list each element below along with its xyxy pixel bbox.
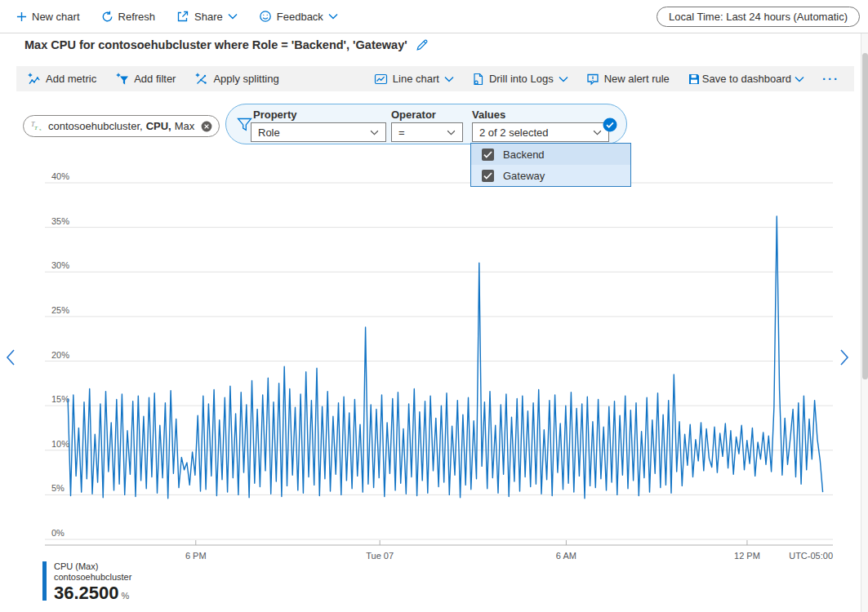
chevron-right-icon: [839, 348, 850, 366]
metrics-line-chart[interactable]: 0%5%10%15%20%25%30%35%40%6 PMTue 076 AM1…: [33, 171, 841, 563]
legend-metric-name: CPU (Max): [54, 561, 131, 571]
more-commands-button[interactable]: ···: [822, 72, 839, 86]
edit-pencil-icon: [416, 38, 429, 51]
svg-text:5%: 5%: [51, 483, 65, 493]
share-button[interactable]: Share: [176, 10, 238, 23]
check-circle-icon: [603, 118, 617, 132]
refresh-button[interactable]: Refresh: [101, 11, 156, 23]
ellipsis-icon: ···: [822, 72, 839, 86]
chevron-down-icon: [228, 13, 238, 20]
chart-title-row: Max CPU for contosoehubcluster where Rol…: [24, 38, 429, 51]
svg-text:30%: 30%: [51, 260, 69, 270]
property-select-value: Role: [258, 126, 280, 139]
add-metric-label: Add metric: [46, 73, 96, 85]
values-select[interactable]: 2 of 2 selected: [472, 122, 609, 142]
chart-page-previous-button[interactable]: [5, 348, 16, 366]
share-icon: [176, 10, 189, 23]
legend-value-row: 36.2500%: [54, 583, 131, 604]
checkbox-checked-icon[interactable]: [482, 149, 494, 161]
apply-filter-button[interactable]: [603, 118, 617, 132]
svg-text:UTC-05:00: UTC-05:00: [789, 551, 833, 561]
svg-text:15%: 15%: [51, 394, 69, 404]
add-filter-button[interactable]: Add filter: [116, 73, 176, 86]
chart-type-label: Line chart: [393, 73, 439, 85]
svg-text:25%: 25%: [51, 305, 69, 315]
new-chart-button[interactable]: New chart: [16, 11, 80, 23]
values-dropdown: Backend Gateway: [470, 143, 631, 187]
checkbox-checked-icon[interactable]: [482, 170, 494, 182]
feedback-label: Feedback: [277, 11, 323, 23]
metric-signature-icon: TTx: [31, 120, 45, 132]
alert-icon: [586, 73, 599, 86]
drill-logs-icon: [472, 73, 484, 86]
apply-splitting-button[interactable]: Apply splitting: [195, 73, 278, 86]
svg-text:35%: 35%: [51, 216, 69, 226]
apply-splitting-icon: [195, 73, 208, 86]
top-toolbar: New chart Refresh Share Feedback Local T…: [0, 0, 868, 33]
metric-pill-metric: CPU,: [146, 120, 171, 132]
legend-value: 36.2500: [54, 583, 119, 603]
values-select-value: 2 of 2 selected: [479, 126, 549, 139]
refresh-label: Refresh: [118, 11, 156, 23]
metric-pill-aggregation: Max: [175, 120, 195, 132]
new-chart-label: New chart: [32, 11, 80, 23]
time-range-button[interactable]: Local Time: Last 24 hours (Automatic): [657, 7, 860, 27]
option-label: Gateway: [503, 170, 545, 182]
metric-pill[interactable]: TTx contosoehubcluster, CPU, Max: [23, 115, 220, 137]
remove-metric-button[interactable]: [201, 121, 212, 132]
filter-panel: Property Operator Values Role = 2 of 2 s…: [225, 104, 627, 144]
legend-texts: CPU (Max) contosoehubcluster 36.2500%: [54, 561, 131, 604]
new-alert-rule-label: New alert rule: [604, 73, 670, 85]
save-icon: [688, 73, 701, 86]
drill-into-logs-label: Drill into Logs: [489, 73, 554, 85]
legend-color-bar: [42, 561, 47, 601]
chevron-down-icon: [370, 130, 379, 135]
chart-toolbar-left-group: Add metric Add filter Apply splitting: [28, 73, 279, 86]
property-select[interactable]: Role: [251, 122, 386, 142]
operator-select[interactable]: =: [391, 122, 463, 142]
chevron-left-icon: [5, 348, 16, 366]
svg-text:0%: 0%: [51, 528, 65, 538]
metric-pill-resource: contosoehubcluster,: [48, 120, 143, 132]
svg-text:6 AM: 6 AM: [556, 551, 576, 561]
svg-text:40%: 40%: [51, 171, 69, 181]
option-label: Backend: [503, 149, 545, 161]
legend-resource-name: contosoehubcluster: [54, 572, 131, 582]
add-filter-icon: [116, 73, 129, 86]
line-chart-icon: [374, 73, 388, 86]
new-alert-rule-button[interactable]: New alert rule: [586, 73, 670, 86]
chart-legend-item[interactable]: CPU (Max) contosoehubcluster 36.2500%: [42, 561, 131, 604]
plus-icon: [16, 11, 27, 22]
values-label: Values: [472, 109, 505, 121]
vertical-scrollbar[interactable]: [861, 33, 868, 612]
feedback-button[interactable]: Feedback: [259, 10, 338, 23]
toolbar-divider: [0, 33, 868, 33]
property-label: Property: [253, 109, 296, 121]
chevron-down-icon: [444, 76, 454, 82]
svg-text:6 PM: 6 PM: [185, 551, 207, 561]
chevron-down-icon: [593, 130, 602, 135]
edit-title-button[interactable]: [416, 38, 429, 51]
smiley-icon: [259, 10, 272, 23]
save-to-dashboard-button[interactable]: Save to dashboard: [688, 73, 804, 86]
refresh-icon: [101, 11, 114, 23]
operator-label: Operator: [391, 109, 436, 121]
values-option-backend[interactable]: Backend: [471, 144, 630, 165]
apply-splitting-label: Apply splitting: [213, 73, 278, 85]
chart-toolbar: Add metric Add filter Apply splitting Li…: [16, 66, 854, 91]
add-metric-button[interactable]: Add metric: [28, 73, 96, 86]
share-label: Share: [194, 11, 223, 23]
drill-into-logs-button[interactable]: Drill into Logs: [472, 73, 568, 86]
values-option-gateway[interactable]: Gateway: [471, 165, 630, 186]
chart-type-button[interactable]: Line chart: [374, 73, 454, 86]
svg-text:20%: 20%: [51, 350, 69, 360]
close-icon: [201, 121, 212, 132]
chart-page-next-button[interactable]: [839, 348, 850, 366]
svg-text:10%: 10%: [51, 439, 69, 449]
scrollbar-thumb[interactable]: [862, 53, 868, 379]
chevron-down-icon: [447, 130, 456, 135]
add-filter-label: Add filter: [134, 73, 176, 85]
chevron-down-icon: [559, 76, 568, 82]
chart-toolbar-right-group: Line chart Drill into Logs New alert rul…: [374, 72, 839, 86]
chart-title: Max CPU for contosoehubcluster where Rol…: [24, 38, 407, 51]
